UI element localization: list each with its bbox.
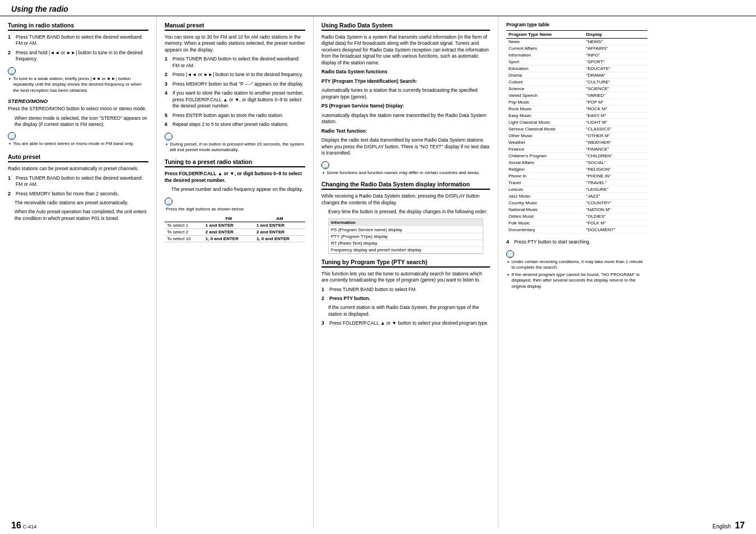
prog-type-name: News bbox=[506, 39, 584, 45]
table-cell: 2 and ENTER bbox=[203, 229, 254, 236]
footer-page-num-left: 16 C-414 bbox=[11, 521, 36, 531]
pty-desc: Automatically tunes to a station that is… bbox=[321, 87, 490, 100]
prog-type-name: Travel bbox=[506, 180, 584, 186]
list-item: Pop Music"POP M" bbox=[506, 99, 647, 106]
footer-sub: C-414 bbox=[23, 524, 37, 530]
rds-note-1: Some functions and function names may di… bbox=[323, 170, 490, 177]
auto-desc: Radio stations can be preset automatical… bbox=[8, 166, 148, 172]
preset-table-container: FM AM To select 11 and ENTER1 and ENTERT… bbox=[165, 216, 305, 242]
list-item: Light Classical Music"LIGHT M" bbox=[506, 119, 647, 126]
note-icon-rds: 📃 bbox=[321, 161, 329, 169]
list-item: Science"SCIENCE" bbox=[506, 86, 647, 92]
prog-type-display: "INFO" bbox=[584, 52, 647, 59]
auto-step-content-2: Press MEMORY button for more than 2 seco… bbox=[16, 191, 148, 197]
prog-type-display: "CHILDREN" bbox=[584, 153, 647, 160]
prog-type-display: "OLDIES" bbox=[584, 213, 647, 220]
prog-type-name: Varied Speech bbox=[506, 92, 584, 99]
rds-desc: Radio Data System is a system that trans… bbox=[321, 34, 490, 66]
list-item: Education"EDUCATE" bbox=[506, 65, 647, 72]
list-item: Other Music"OTHER M" bbox=[506, 133, 647, 139]
prog-type-display: "SPORT" bbox=[584, 59, 647, 65]
stereo-desc: Press the STEREO/MONO button to select m… bbox=[8, 106, 148, 112]
list-item: Leisure"LEISURE" bbox=[506, 186, 647, 193]
auto-step-num-1: 1 bbox=[8, 175, 16, 188]
list-item: Information"INFO" bbox=[506, 52, 647, 59]
prog-type-display: "EDUCATE" bbox=[584, 65, 647, 72]
section-title-rds-display: Changing the Radio Data System display i… bbox=[321, 181, 490, 190]
list-item: Drama"DRAMA" bbox=[506, 72, 647, 79]
list-item: Folk Music"FOLK M" bbox=[506, 220, 647, 227]
section-title-preset: Tuning to a preset radio station bbox=[165, 158, 305, 167]
section-title-auto: Auto preset bbox=[8, 153, 148, 162]
prog-type-display: "FOLK M" bbox=[584, 220, 647, 227]
pty-title: PTY (Program TYpe Identification) Search… bbox=[321, 78, 490, 85]
pty-step-4-container: 4 Press PTY button to start searching. bbox=[506, 239, 647, 245]
note-container-manual: 📃 During preset, if no button is pressed… bbox=[165, 131, 305, 153]
prog-type-display: "DOCUMENT" bbox=[584, 227, 647, 233]
table-title: Program type table bbox=[506, 22, 647, 28]
manual-desc: You can store up to 30 for FM and 10 for… bbox=[165, 34, 305, 53]
pty-search-desc: This function lets you set the tuner to … bbox=[321, 271, 490, 284]
manual-step-content-5: Press ENTER button again to store the ra… bbox=[172, 113, 305, 119]
note-container-2: 📃 You are able to select stereo or mono … bbox=[8, 130, 148, 148]
list-item: Country Music"COUNTRY" bbox=[506, 200, 647, 207]
manual-step-num-6: 6 bbox=[165, 121, 172, 128]
manual-step-num-2: 2 bbox=[165, 72, 172, 78]
note-icon-pty: 📃 bbox=[506, 250, 514, 258]
pty-step-num-3: 3 bbox=[321, 320, 329, 326]
list-item: Easy Music"EASY M" bbox=[506, 113, 647, 119]
prog-type-display: "WEATHER" bbox=[584, 139, 647, 146]
prog-type-name: Rock Music bbox=[506, 106, 584, 113]
prog-type-name: Light Classical Music bbox=[506, 119, 584, 126]
manual-step-num-3: 3 bbox=[165, 81, 172, 87]
pty-step-2: 2 Press PTY button. bbox=[321, 296, 490, 302]
pty-step-content-3: Press FOLDER/P.CALL ▲ or ▼ button to sel… bbox=[329, 320, 490, 326]
table-cell: 1, 0 and ENTER bbox=[254, 236, 305, 242]
auto-step-1: 1 Press TUNER BAND button to select the … bbox=[8, 175, 148, 188]
note-rds: 📃 Some functions and function names may … bbox=[321, 160, 490, 177]
table-header-am: AM bbox=[254, 216, 305, 222]
table-header-empty bbox=[165, 216, 203, 222]
pty-step-num-4: 4 bbox=[506, 239, 514, 245]
pty-step-4: 4 Press PTY button to start searching. bbox=[506, 239, 647, 245]
column-3: Using Radio Data System Radio Data Syste… bbox=[314, 16, 498, 528]
prog-type-name: Drama bbox=[506, 72, 584, 79]
list-item: Weather"WEATHER" bbox=[506, 139, 647, 146]
auto-detail: The receivable radio stations are preset… bbox=[15, 200, 148, 222]
manual-step-num-1: 1 bbox=[165, 56, 172, 69]
list-item: Finance"FINANCE" bbox=[506, 146, 647, 153]
prog-table-header-name: Program Type Name bbox=[506, 31, 584, 39]
prog-type-display: "CULTURE" bbox=[584, 79, 647, 86]
manual-note-1: During preset, if no button is pressed w… bbox=[166, 142, 305, 153]
prog-type-display: "TRAVEL" bbox=[584, 180, 647, 186]
prog-type-display: "ROCK M" bbox=[584, 106, 647, 113]
list-item: Rock Music"ROCK M" bbox=[506, 106, 647, 113]
column-1: Tuning in radio stations 1 Press TUNER B… bbox=[0, 16, 157, 528]
prog-type-name: Pop Music bbox=[506, 99, 584, 106]
auto-step-2: 2 Press MEMORY button for more than 2 se… bbox=[8, 191, 148, 197]
info-row-item: RT (Radio Text) display bbox=[329, 240, 483, 247]
manual-step-4: 4 If you want to store the radio station… bbox=[165, 90, 305, 109]
prog-type-display: "CLASSICS" bbox=[584, 126, 647, 133]
prog-type-name: Leisure bbox=[506, 186, 584, 193]
page-container: Using the radio Tuning in radio stations… bbox=[0, 0, 756, 534]
footer-lang: English bbox=[712, 523, 731, 530]
rt-title: Radio Text function: bbox=[321, 128, 490, 134]
prog-type-display: "POP M" bbox=[584, 99, 647, 106]
prog-type-name: Religion bbox=[506, 166, 584, 173]
table-cell: 2 and ENTER bbox=[254, 229, 305, 236]
prog-type-name: Finance bbox=[506, 146, 584, 153]
ps-title: PS (Program Service Name) Display: bbox=[321, 103, 490, 109]
prog-type-name: Sport bbox=[506, 59, 584, 65]
section-auto-preset: Auto preset Radio stations can be preset… bbox=[8, 153, 148, 222]
manual-step-2: 2 Press |◄◄ or ►►| button to tune in to … bbox=[165, 72, 305, 78]
step-1-1: 1 Press TUNER BAND button to select the … bbox=[8, 34, 148, 47]
manual-step-3: 3 Press MEMORY button so that "P – –" ap… bbox=[165, 81, 305, 87]
prog-table-header-display: Display bbox=[584, 31, 647, 39]
manual-step-content-3: Press MEMORY button so that "P – –" appe… bbox=[172, 81, 305, 87]
list-item: Current Affairs"AFFAIRS" bbox=[506, 45, 647, 52]
list-item: News"NEWS" bbox=[506, 39, 647, 45]
table-cell: To select 10 bbox=[165, 236, 203, 242]
section-rds: Using Radio Data System Radio Data Syste… bbox=[321, 22, 490, 176]
preset-table: FM AM To select 11 and ENTER1 and ENTERT… bbox=[165, 216, 305, 242]
